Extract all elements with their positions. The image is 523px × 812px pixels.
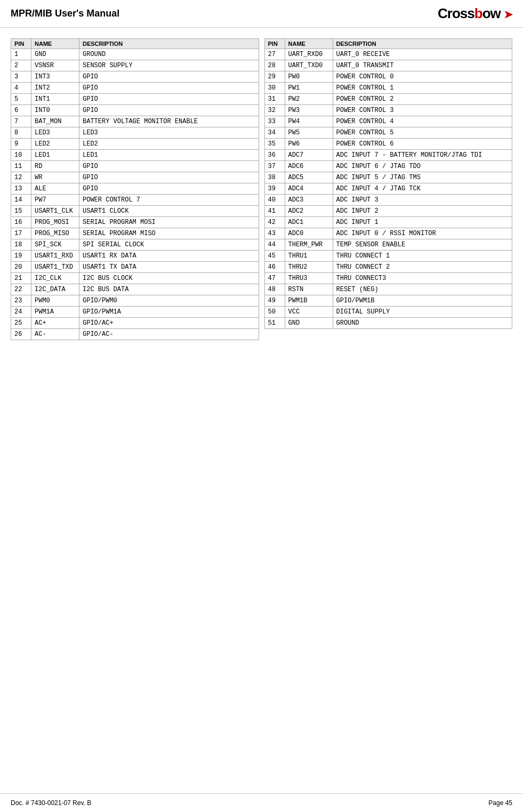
pin-name: RSTN: [285, 284, 333, 295]
page-header: MPR/MIB User's Manual Crossbow ➤: [0, 0, 523, 28]
pin-number: 28: [264, 60, 285, 71]
pin-description: LED1: [79, 150, 259, 161]
pin-description: GPIO: [79, 71, 259, 83]
pin-name: PW5: [285, 127, 333, 139]
logo-arrow-icon: ➤: [504, 9, 512, 20]
pin-description: ADC INPUT 6 / JTAG TDO: [333, 161, 512, 172]
pin-number: 41: [264, 206, 285, 217]
pin-description: ADC INPUT 2: [333, 206, 512, 217]
pin-description: POWER CONTROL 5: [333, 127, 512, 139]
table-row: 19 USART1_RXD USART1 RX DATA: [11, 251, 259, 262]
pin-name: ALE: [31, 183, 79, 195]
table-row: 45 THRU1 THRU CONNECT 1: [264, 251, 512, 262]
table-row: 46 THRU2 THRU CONNECT 2: [264, 262, 512, 273]
table-row: 20 USART1_TXD USART1 TX DATA: [11, 262, 259, 273]
pin-name: THRU2: [285, 262, 333, 273]
main-content: PIN NAME DESCRIPTION 1 GND GROUND 2 VSNS…: [0, 28, 523, 361]
table-row: 43 ADC0 ADC INPUT 0 / RSSI MONITOR: [264, 228, 512, 239]
pin-description: SPI SERIAL CLOCK: [79, 239, 259, 251]
left-pin-table: PIN NAME DESCRIPTION 1 GND GROUND 2 VSNS…: [11, 38, 259, 340]
pin-name: PROG_MISO: [31, 228, 79, 239]
pin-number: 23: [11, 295, 31, 307]
table-row: 29 PW0 POWER CONTROL 0: [264, 71, 512, 83]
pin-name: ADC6: [285, 161, 333, 172]
pin-number: 6: [11, 105, 31, 116]
doc-number: Doc. # 7430-0021-07 Rev. B: [11, 799, 91, 807]
pin-description: GROUND: [333, 318, 512, 329]
right-table-header-row: PIN NAME DESCRIPTION: [264, 39, 512, 49]
table-row: 34 PW5 POWER CONTROL 5: [264, 127, 512, 139]
pin-number: 30: [264, 83, 285, 94]
pin-description: THRU CONNECT 1: [333, 251, 512, 262]
pin-description: POWER CONTROL 7: [79, 195, 259, 206]
table-row: 33 PW4 POWER CONTROL 4: [264, 116, 512, 127]
pin-description: GPIO: [79, 183, 259, 195]
pin-name: BAT_MON: [31, 116, 79, 127]
pin-number: 45: [264, 251, 285, 262]
pin-name: INT0: [31, 105, 79, 116]
pin-name: UART_TXD0: [285, 60, 333, 71]
pin-number: 19: [11, 251, 31, 262]
pin-description: POWER CONTROL 4: [333, 116, 512, 127]
pin-number: 18: [11, 239, 31, 251]
table-row: 8 LED3 LED3: [11, 127, 259, 139]
table-row: 39 ADC4 ADC INPUT 4 / JTAG TCK: [264, 183, 512, 195]
right-col-name: NAME: [285, 39, 333, 49]
left-table-header-row: PIN NAME DESCRIPTION: [11, 39, 259, 49]
pin-name: USART1_TXD: [31, 262, 79, 273]
pin-name: USART1_CLK: [31, 206, 79, 217]
pin-number: 48: [264, 284, 285, 295]
pin-description: ADC INPUT 0 / RSSI MONITOR: [333, 228, 512, 239]
pin-number: 24: [11, 307, 31, 318]
pin-description: DIGITAL SUPPLY: [333, 307, 512, 318]
table-row: 31 PW2 POWER CONTROL 2: [264, 94, 512, 105]
pin-description: ADC INPUT 1: [333, 217, 512, 228]
pin-description: LED2: [79, 139, 259, 150]
pin-number: 21: [11, 273, 31, 284]
pin-number: 11: [11, 161, 31, 172]
right-col-desc: DESCRIPTION: [333, 39, 512, 49]
pin-number: 7: [11, 116, 31, 127]
pin-name: AC+: [31, 318, 79, 329]
pin-number: 50: [264, 307, 285, 318]
page-title: MPR/MIB User's Manual: [11, 8, 119, 19]
pin-number: 33: [264, 116, 285, 127]
pin-name: LED1: [31, 150, 79, 161]
company-logo: Crossbow ➤: [438, 5, 512, 22]
pin-number: 46: [264, 262, 285, 273]
pin-description: POWER CONTROL 3: [333, 105, 512, 116]
table-row: 9 LED2 LED2: [11, 139, 259, 150]
pin-number: 34: [264, 127, 285, 139]
table-row: 1 GND GROUND: [11, 49, 259, 60]
pin-number: 37: [264, 161, 285, 172]
pin-description: GPIO: [79, 83, 259, 94]
pin-name: THERM_PWR: [285, 239, 333, 251]
table-row: 11 RD GPIO: [11, 161, 259, 172]
pin-name: GND: [285, 318, 333, 329]
pin-name: INT1: [31, 94, 79, 105]
pin-description: GPIO: [79, 161, 259, 172]
pin-name: PW1: [285, 83, 333, 94]
pin-description: ADC INPUT 4 / JTAG TCK: [333, 183, 512, 195]
pin-description: I2C BUS CLOCK: [79, 273, 259, 284]
left-col-name: NAME: [31, 39, 79, 49]
page-number: Page 45: [488, 799, 512, 807]
table-row: 26 AC- GPIO/AC-: [11, 329, 259, 340]
pin-number: 26: [11, 329, 31, 340]
table-row: 50 VCC DIGITAL SUPPLY: [264, 307, 512, 318]
table-row: 12 WR GPIO: [11, 172, 259, 183]
table-row: 5 INT1 GPIO: [11, 94, 259, 105]
pin-description: GPIO/PWM1B: [333, 295, 512, 307]
pin-description: SENSOR SUPPLY: [79, 60, 259, 71]
pin-number: 42: [264, 217, 285, 228]
pin-number: 2: [11, 60, 31, 71]
table-row: 10 LED1 LED1: [11, 150, 259, 161]
pin-name: AC-: [31, 329, 79, 340]
pin-description: POWER CONTROL 1: [333, 83, 512, 94]
pin-name: PW2: [285, 94, 333, 105]
table-row: 2 VSNSR SENSOR SUPPLY: [11, 60, 259, 71]
pin-number: 13: [11, 183, 31, 195]
logo-text-bow: b: [474, 5, 482, 21]
table-row: 47 THRU3 THRU CONNECT3: [264, 273, 512, 284]
pin-description: GPIO/PWM0: [79, 295, 259, 307]
